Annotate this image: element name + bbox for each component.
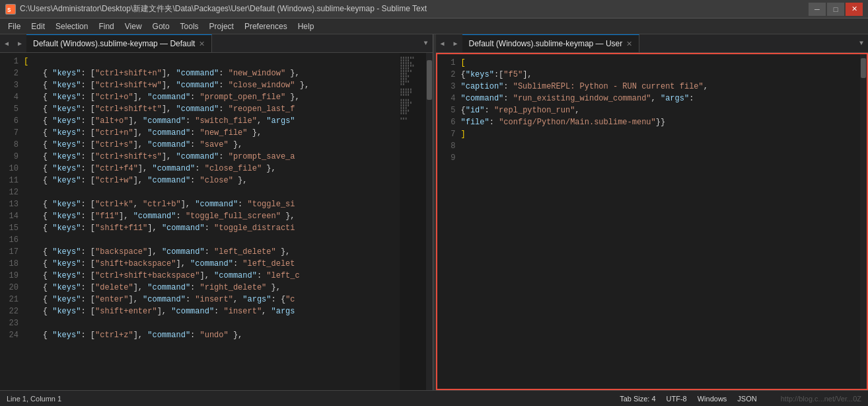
close-button[interactable]: ✕: [846, 3, 863, 16]
menu-view[interactable]: View: [120, 20, 147, 32]
right-pane-next-arrow[interactable]: ▶: [449, 34, 462, 52]
title-bar: S C:\Users\Administrator\Desktop\新建文件夹\D…: [0, 0, 868, 19]
status-bar-right: Tab Size: 4 UTF-8 Windows JSON http://bl…: [620, 395, 861, 403]
menu-edit[interactable]: Edit: [26, 20, 50, 32]
left-pane-prev-arrow[interactable]: ◀: [0, 34, 13, 52]
left-pane: ◀ ▶ Default (Windows).sublime-keymap — D…: [0, 34, 433, 390]
minimize-button[interactable]: ─: [809, 3, 826, 16]
right-tab-active[interactable]: Default (Windows).sublime-keymap — User …: [462, 34, 640, 52]
editor-area: ◀ ▶ Default (Windows).sublime-keymap — D…: [0, 34, 868, 390]
right-tab-chevron[interactable]: ▼: [855, 34, 868, 52]
left-tab-active[interactable]: Default (Windows).sublime-keymap — Defau…: [26, 34, 212, 52]
right-scrollbar-thumb[interactable]: [861, 58, 866, 78]
left-minimap: █ █ █ █ █ █ █ █ █ █ █ █ █ █ █ █ █ █ █ █ …: [400, 53, 426, 390]
left-minimap-content: █ █ █ █ █ █ █ █ █ █ █ █ █ █ █ █ █ █ █ █ …: [400, 53, 426, 124]
status-tab-size[interactable]: Tab Size: 4: [620, 395, 655, 403]
right-pane-prev-arrow[interactable]: ◀: [436, 34, 449, 52]
status-encoding[interactable]: UTF-8: [667, 395, 687, 403]
maximize-button[interactable]: □: [827, 3, 844, 16]
left-pane-next-arrow[interactable]: ▶: [13, 34, 26, 52]
left-tab-bar: ◀ ▶ Default (Windows).sublime-keymap — D…: [0, 34, 433, 53]
left-scrollbar[interactable]: [426, 53, 433, 390]
left-tab-bar-end: [212, 34, 419, 52]
right-pane: ◀ ▶ Default (Windows).sublime-keymap — U…: [436, 34, 869, 390]
menu-help[interactable]: Help: [293, 20, 320, 32]
menu-preferences[interactable]: Preferences: [239, 20, 293, 32]
right-code-content[interactable]: 12345 6789 [ {"keys":["f5"], "caption": …: [436, 53, 869, 390]
svg-text:S: S: [7, 7, 11, 14]
menu-bar: File Edit Selection Find View Goto Tools…: [0, 19, 868, 34]
right-tab-close[interactable]: ✕: [626, 40, 632, 48]
menu-file[interactable]: File: [3, 20, 26, 32]
right-tab-bar: ◀ ▶ Default (Windows).sublime-keymap — U…: [436, 34, 869, 53]
title-text: C:\Users\Administrator\Desktop\新建文件夹\Dat…: [20, 3, 809, 15]
menu-project[interactable]: Project: [204, 20, 239, 32]
status-watermark: http://blog.c...net/Ver...0Z: [781, 395, 861, 403]
left-scrollbar-thumb[interactable]: [427, 60, 432, 100]
status-position: Line 1, Column 1: [7, 395, 61, 403]
left-line-numbers: 12345 678910 1112131415 1617181920 21222…: [0, 53, 24, 390]
right-code-lines[interactable]: [ {"keys":["f5"], "caption": "SublimeREP…: [461, 54, 861, 389]
menu-tools[interactable]: Tools: [175, 20, 204, 32]
left-code-content[interactable]: 12345 678910 1112131415 1617181920 21222…: [0, 53, 433, 390]
right-line-numbers: 12345 6789: [437, 54, 461, 389]
left-tab-label: Default (Windows).sublime-keymap — Defau…: [33, 39, 195, 48]
status-line-ending[interactable]: Windows: [698, 395, 727, 403]
status-bar: Line 1, Column 1 Tab Size: 4 UTF-8 Windo…: [0, 390, 868, 406]
status-syntax[interactable]: JSON: [737, 395, 756, 403]
left-tab-chevron[interactable]: ▼: [419, 34, 433, 52]
right-tab-label: Default (Windows).sublime-keymap — User: [469, 39, 623, 48]
menu-goto[interactable]: Goto: [147, 20, 175, 32]
right-tab-bar-end: [639, 34, 855, 52]
menu-find[interactable]: Find: [93, 20, 119, 32]
menu-selection[interactable]: Selection: [50, 20, 93, 32]
left-tab-close[interactable]: ✕: [199, 40, 205, 48]
app-icon: S: [5, 4, 16, 15]
window-controls: ─ □ ✕: [809, 3, 863, 16]
right-scrollbar[interactable]: [860, 54, 867, 389]
left-code-lines[interactable]: [ { "keys": ["ctrl+shift+n"], "command":…: [24, 53, 400, 390]
